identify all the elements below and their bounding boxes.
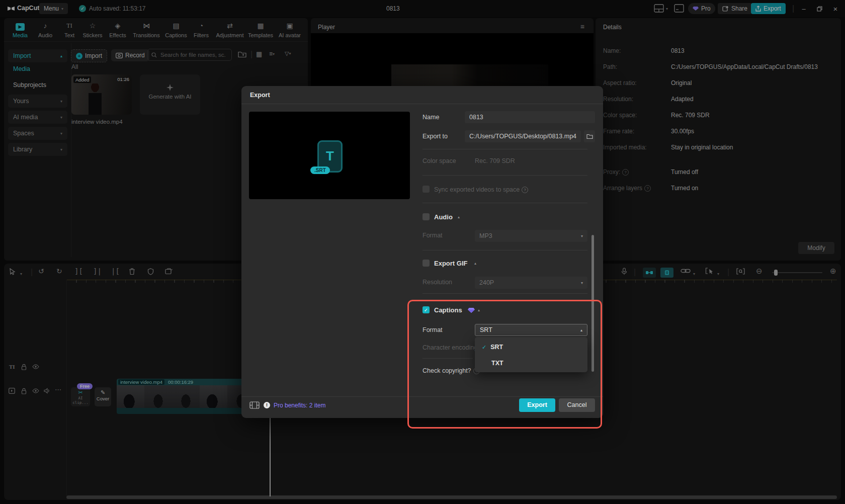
search-box[interactable] [147,49,232,61]
pro-badge[interactable]: Pro [688,3,715,14]
share-button[interactable]: Share [718,3,752,14]
player-menu-icon[interactable]: ≡ [580,23,584,31]
tab-audio[interactable]: ♪Audio [32,21,58,38]
generate-ai-card[interactable]: Generate with AI [140,74,200,115]
cover-button[interactable]: ✎ Cover [95,387,111,406]
sidebar-item-subprojects[interactable]: Subprojects [8,78,67,92]
sidebar-item-yours[interactable]: Yours▾ [8,95,67,108]
collapse-icon[interactable]: ▴ [478,308,480,312]
more-options-icon[interactable]: ⋯ [55,386,61,393]
sidebar-item-library[interactable]: Library▾ [8,143,67,156]
dialog-export-button[interactable]: Export [519,398,555,412]
export-icon [755,6,761,12]
delete-icon[interactable] [129,268,135,275]
link-chevron-icon[interactable]: ▾ [693,272,695,276]
cap-format-select[interactable]: SRT▴ [475,324,587,336]
titlebar-export-button[interactable]: Export [751,3,786,14]
split-icon[interactable]: ][ [74,267,83,275]
panel-toggle-icon[interactable] [674,4,684,13]
select-mode-chevron-icon[interactable]: ▾ [717,272,719,276]
info-icon[interactable]: ? [644,185,651,192]
close-button[interactable]: × [828,0,843,17]
filter-icon[interactable]: ▽▾ [285,50,291,57]
sidebar-item-spaces[interactable]: Spaces▾ [8,127,67,140]
zoom-out-icon[interactable]: ⊖ [756,267,763,276]
import-button[interactable]: + Import [71,49,107,62]
tab-ai-avatar[interactable]: ▣AI avatar [276,21,304,38]
audio-format-select[interactable]: MP3▾ [475,230,587,242]
tab-media[interactable]: ▶Media [7,21,33,38]
menu-button[interactable]: Menu▾ [39,3,68,14]
preview-zoom-icon[interactable] [736,268,745,275]
text-icon: TI [56,21,82,31]
voiceover-mic-icon[interactable] [621,268,627,275]
detail-value: 0813 [671,47,685,54]
slider-knob[interactable] [774,270,778,276]
search-input[interactable] [159,51,227,58]
browse-folder-button[interactable] [584,130,595,142]
tab-captions[interactable]: ▤Captions [163,21,189,38]
mute-speaker-icon[interactable] [44,388,50,394]
auto-splice-toggle[interactable] [643,268,656,278]
sidebar-item-import[interactable]: Import▴ [8,49,67,62]
magnetic-snap-toggle[interactable] [660,268,673,278]
sync-info-icon[interactable]: ? [522,187,528,193]
zoom-in-icon[interactable]: ⊕ [830,267,836,276]
trim-left-icon[interactable]: ]| [93,267,102,275]
srt-file-letter: T [319,142,341,170]
dialog-cancel-button[interactable]: Cancel [559,398,595,412]
info-icon[interactable]: ? [622,169,629,176]
link-icon[interactable] [681,268,691,274]
tab-transitions[interactable]: ⋈Transitions [131,21,162,38]
dropdown-option-txt[interactable]: TXT [475,355,587,371]
eye-icon[interactable] [32,388,39,393]
pencil-icon: ✎ [95,389,111,396]
sidebar-item-ai-media[interactable]: AI media▾ [8,111,67,124]
eye-icon[interactable] [32,364,39,369]
lock-icon[interactable] [21,388,27,394]
tab-stickers[interactable]: ☆Stickers [79,21,106,38]
sidebar-item-media[interactable]: Media [8,62,67,75]
undo-icon[interactable]: ↺ [38,267,44,275]
extract-frame-icon[interactable] [165,268,173,275]
select-mode-icon[interactable] [705,268,714,275]
name-input[interactable] [465,111,595,123]
cursor-tool-icon[interactable] [9,268,16,275]
tab-adjustment[interactable]: ⇄Adjustment [214,21,245,38]
record-button[interactable]: Record [111,49,149,61]
trim-right-icon[interactable]: |[ [111,267,120,275]
timeline-zoom-slider[interactable] [772,272,822,273]
tab-text[interactable]: TIText [56,21,82,38]
export-to-input[interactable] [465,130,581,142]
gif-checkbox[interactable] [422,260,430,267]
tab-templates[interactable]: ▦Templates [246,21,275,38]
cursor-tool-chevron-icon[interactable]: ▾ [20,272,22,276]
import-folder-icon[interactable] [238,51,246,58]
ai-clip-button[interactable]: ✂ AI clip... [71,387,90,406]
layout-chevron-icon[interactable]: ▾ [666,7,668,11]
grid-view-icon[interactable]: ▦ [256,50,262,58]
gif-res-select[interactable]: 240P▾ [475,277,587,289]
maximize-button[interactable] [812,0,827,17]
tab-effects[interactable]: ◈Effects [105,21,131,38]
sidebar-divider [71,43,71,257]
dropdown-option-srt[interactable]: ✓ SRT [475,339,587,355]
sort-icon[interactable]: ≡▾ [269,50,275,57]
collapse-icon[interactable]: ▴ [474,261,476,266]
modify-button[interactable]: Modify [798,242,834,254]
shield-icon[interactable] [147,268,154,275]
captions-checkbox[interactable]: ✓ [422,306,430,313]
dialog-scrollbar[interactable] [592,235,594,372]
autosave-check-icon: ✓ [79,5,86,12]
media-thumbnail[interactable]: Added 01:26 [71,74,132,115]
minimize-button[interactable]: – [796,0,811,17]
sync-checkbox[interactable] [422,186,430,193]
layout-toggle-icon[interactable] [654,4,664,13]
audio-checkbox[interactable] [422,213,430,220]
collapse-icon[interactable]: ▴ [458,215,460,219]
pro-benefits-link[interactable]: Pro benefits: 2 item [274,402,325,409]
redo-icon[interactable]: ↻ [56,267,62,275]
lock-icon[interactable] [21,364,27,370]
horizontal-scrollbar[interactable] [66,495,837,499]
tab-filters[interactable]: ◔Filters [188,21,214,38]
